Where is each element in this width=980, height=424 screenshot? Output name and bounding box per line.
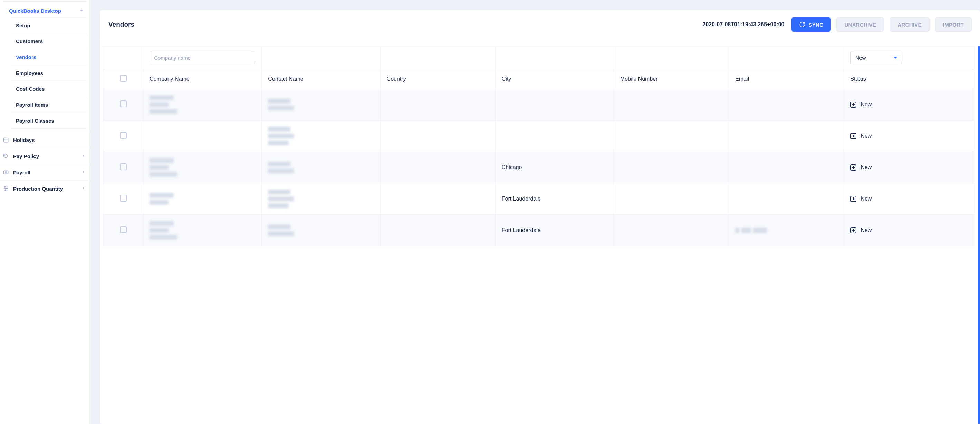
status-label: New: [861, 133, 872, 139]
cell-status: New: [844, 89, 974, 121]
cell-email: [729, 89, 844, 121]
expand-row-icon[interactable]: [850, 102, 856, 108]
sidebar-nav-label: Holidays: [13, 137, 35, 143]
sidebar-nav-holidays[interactable]: Holidays: [0, 132, 89, 148]
sidebar-item-customers[interactable]: Customers: [11, 33, 87, 49]
status-label: New: [861, 196, 872, 202]
sidebar-primary-nav: Holidays Pay Policy Payroll Production Q…: [0, 132, 89, 197]
cell-status: New: [844, 121, 974, 152]
vendors-table: New Company Name Contact Name Coun: [103, 46, 974, 246]
sidebar-item-label: Payroll Items: [16, 102, 48, 108]
status-cell: New: [850, 164, 968, 171]
cell-mobile: [614, 89, 729, 121]
status-label: New: [861, 164, 872, 171]
sidebar-item-label: Payroll Classes: [16, 118, 54, 124]
filter-cell-mobile: [614, 46, 729, 70]
cell-email: [729, 152, 844, 183]
table-row[interactable]: Fort LauderdaleNew: [103, 215, 974, 246]
import-button[interactable]: IMPORT: [935, 17, 972, 32]
row-checkbox[interactable]: [120, 163, 127, 170]
table-filter-row: New: [103, 46, 974, 70]
sidebar-item-employees[interactable]: Employees: [11, 65, 87, 81]
calendar-icon: [3, 137, 9, 143]
row-checkbox[interactable]: [120, 195, 127, 202]
sidebar-group-quickbooks[interactable]: QuickBooks Desktop: [0, 5, 89, 17]
table-row[interactable]: ChicagoNew: [103, 152, 974, 183]
sidebar-item-label: Cost Codes: [16, 86, 45, 92]
sidebar-item-setup[interactable]: Setup: [11, 17, 87, 33]
redacted-text: [150, 193, 255, 205]
cell-country: [380, 215, 496, 246]
column-header-city[interactable]: City: [496, 70, 614, 89]
expand-row-icon[interactable]: [850, 196, 856, 202]
sliders-icon: [3, 186, 9, 192]
cell-mobile: [614, 152, 729, 183]
cell-status: New: [844, 183, 974, 215]
sidebar-nav-payroll[interactable]: Payroll: [0, 164, 89, 180]
table-row[interactable]: Fort LauderdaleNew: [103, 183, 974, 215]
row-checkbox[interactable]: [120, 132, 127, 139]
column-header-contact[interactable]: Contact Name: [262, 70, 380, 89]
redacted-text: [268, 162, 374, 173]
chevron-right-icon: [82, 170, 85, 175]
table-wrap: New Company Name Contact Name Coun: [100, 39, 980, 424]
cell-email: [729, 215, 844, 246]
scrollbar[interactable]: [978, 46, 980, 424]
expand-row-icon[interactable]: [850, 164, 856, 171]
sidebar-nav-pay-policy[interactable]: Pay Policy: [0, 148, 89, 164]
filter-cell-city: [496, 46, 614, 70]
panel-header: Vendors 2020-07-08T01:19:43.265+00:00 SY…: [100, 10, 980, 39]
select-all-checkbox[interactable]: [120, 75, 127, 82]
cell-contact: [262, 89, 380, 121]
row-checkbox[interactable]: [120, 100, 127, 107]
column-header-company[interactable]: Company Name: [143, 70, 262, 89]
filter-cell-country: [380, 46, 496, 70]
row-checkbox-cell: [103, 183, 143, 215]
table-row[interactable]: New: [103, 89, 974, 121]
table-row[interactable]: New: [103, 121, 974, 152]
chevron-down-icon: [893, 57, 897, 59]
redacted-text: [268, 127, 374, 145]
cell-country: [380, 89, 496, 121]
column-header-mobile[interactable]: Mobile Number: [614, 70, 729, 89]
vendors-panel: Vendors 2020-07-08T01:19:43.265+00:00 SY…: [100, 10, 980, 424]
tag-icon: [3, 153, 9, 159]
status-cell: New: [850, 133, 968, 139]
import-button-label: IMPORT: [943, 22, 964, 28]
filter-cell-status: New: [844, 46, 974, 70]
svg-rect-0: [3, 138, 8, 142]
redacted-text: [268, 99, 374, 111]
cell-contact: [262, 215, 380, 246]
row-checkbox-cell: [103, 121, 143, 152]
expand-row-icon[interactable]: [850, 133, 856, 139]
column-header-email[interactable]: Email: [729, 70, 844, 89]
filter-cell-checkbox: [103, 46, 143, 70]
cell-city: Chicago: [496, 152, 614, 183]
chevron-right-icon: [82, 186, 85, 191]
sync-button-label: SYNC: [809, 22, 824, 28]
company-name-filter-input[interactable]: [150, 51, 255, 64]
redacted-text: [150, 158, 255, 177]
redacted-text: [735, 227, 837, 233]
page-title: Vendors: [108, 21, 134, 28]
column-header-status[interactable]: Status: [844, 70, 974, 89]
cell-email: [729, 183, 844, 215]
cell-contact: [262, 152, 380, 183]
archive-button[interactable]: ARCHIVE: [889, 17, 929, 32]
status-filter-select[interactable]: New: [850, 51, 902, 64]
refresh-icon: [799, 21, 805, 28]
unarchive-button[interactable]: UNARCHIVE: [836, 17, 884, 32]
sidebar-item-cost-codes[interactable]: Cost Codes: [11, 81, 87, 97]
svg-point-1: [5, 155, 5, 156]
sidebar-item-payroll-items[interactable]: Payroll Items: [11, 97, 87, 113]
cell-company: [143, 152, 262, 183]
row-checkbox[interactable]: [120, 226, 127, 233]
sidebar-nav-production-quantity[interactable]: Production Quantity: [0, 180, 89, 197]
column-header-country[interactable]: Country: [380, 70, 496, 89]
sync-button[interactable]: SYNC: [791, 17, 831, 32]
table-body: NewNewChicagoNewFort LauderdaleNewFort L…: [103, 89, 974, 246]
sidebar-item-payroll-classes[interactable]: Payroll Classes: [11, 113, 87, 129]
expand-row-icon[interactable]: [850, 227, 856, 233]
money-icon: [3, 169, 9, 175]
sidebar-item-vendors[interactable]: Vendors: [11, 49, 87, 65]
